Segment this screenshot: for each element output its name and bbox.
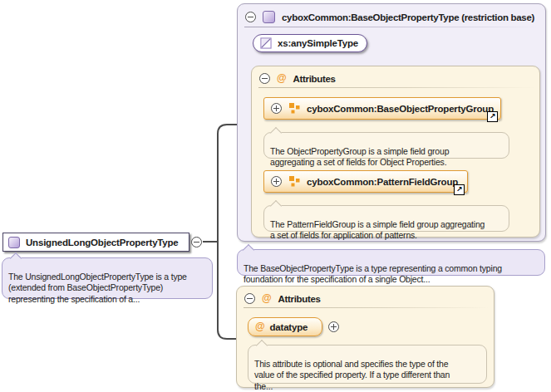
header-separator [244,27,539,27]
attributes-header: @ Attributes [259,73,336,84]
attribute-group-icon [288,103,300,115]
link-icon[interactable]: ↗ [454,184,465,195]
collapse-toggle[interactable] [244,293,255,304]
link-icon[interactable]: ↗ [487,111,498,122]
attribute-node-datatype[interactable]: @ datatype [248,317,322,336]
node-unsignedlongobjectpropertytype[interactable]: UnsignedLongObjectPropertyType [2,233,189,252]
node-label: UnsignedLongObjectPropertyType [26,238,179,247]
attribute-label: datatype [270,322,308,332]
annotation-datatype: This attribute is optional and specifies… [248,345,487,384]
annotation-unsignedlong: The UnsignedLongObjectPropertyType is a … [2,257,213,299]
attributes-section: @ Attributes cyboxCommon:BaseObjectPrope… [251,66,540,238]
collapse-toggle[interactable] [245,12,256,22]
simple-type-label: xs:anySimpleType [278,38,358,48]
node-xs-anysimpletype[interactable]: xs:anySimpleType [253,34,367,52]
group-node-patternfieldgroup[interactable]: cyboxCommon:PatternFieldGroup ↗ [263,170,468,193]
attribute-at-icon: @ [277,73,286,84]
annotation-patternfieldgroup: The PatternFieldGroup is a simple field … [263,205,509,232]
attribute-at-icon: @ [262,293,271,304]
complex-type-icon [8,237,20,248]
attributes-header: @ Attributes [244,293,321,304]
complex-type-icon [263,11,275,23]
expand-toggle[interactable] [271,176,282,187]
base-type-title: cyboxCommon:BaseObjectPropertyType (rest… [282,12,534,22]
attributes-label: Attributes [278,294,320,304]
attribute-group-icon [288,176,300,188]
header-separator [258,87,534,88]
expand-toggle[interactable] [271,103,282,114]
attributes-label: Attributes [293,74,335,84]
annotation-baseobjectpropertygroup: The ObjectPropertyGroup is a simple fiel… [263,132,509,159]
collapse-toggle[interactable] [259,73,270,84]
datatype-attributes-section: @ Attributes @ datatype This attribute i… [236,286,494,388]
group-label: cyboxCommon:BaseObjectPropertyGroup [307,104,494,114]
simple-type-icon [260,37,272,49]
header-separator [244,307,489,308]
group-label: cyboxCommon:PatternFieldGroup [307,177,458,187]
collapse-toggle[interactable] [191,237,202,247]
base-type-header: cyboxCommon:BaseObjectPropertyType (rest… [245,11,534,23]
expand-toggle[interactable] [328,321,339,332]
annotation-basetype: The BaseObjectPropertyType is a type rep… [237,249,545,276]
base-type-panel: cyboxCommon:BaseObjectPropertyType (rest… [237,3,546,242]
schema-diagram-canvas: UnsignedLongObjectPropertyType The Unsig… [0,0,551,392]
group-node-baseobjectpropertygroup[interactable]: cyboxCommon:BaseObjectPropertyGroup ↗ [263,97,501,120]
attribute-at-icon: @ [255,321,265,332]
